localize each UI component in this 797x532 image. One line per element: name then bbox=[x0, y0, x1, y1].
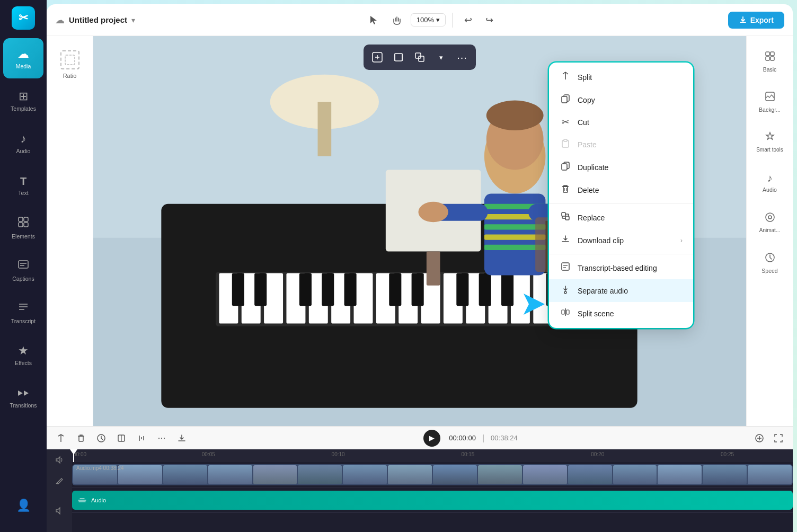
topbar-right: Export bbox=[728, 12, 784, 29]
svg-rect-87 bbox=[562, 263, 569, 270]
sidebar-item-label: Media bbox=[16, 63, 31, 69]
menu-item-split-scene[interactable]: Split scene bbox=[549, 302, 693, 325]
timeline-tracks: 00:00 00:05 00:10 00:15 00:20 00:25 Audi… bbox=[72, 449, 793, 532]
right-panel-animate[interactable]: Animat... bbox=[750, 203, 790, 242]
menu-item-separate-audio[interactable]: Separate audio bbox=[549, 279, 693, 302]
project-dropdown-icon[interactable]: ▾ bbox=[131, 16, 135, 24]
svg-rect-79 bbox=[564, 139, 567, 141]
clip-thumb bbox=[703, 465, 747, 484]
track-pencil-icon[interactable] bbox=[51, 473, 68, 490]
menu-item-download-clip[interactable]: Download clip › bbox=[549, 229, 693, 252]
right-panel-item-label: Smart tools bbox=[756, 147, 783, 153]
svg-marker-94 bbox=[524, 294, 545, 315]
clip-thumb bbox=[253, 465, 297, 484]
split-timeline-button[interactable] bbox=[53, 430, 69, 446]
hand-tool-button[interactable] bbox=[387, 11, 406, 30]
sidebar-item-text[interactable]: T Text bbox=[3, 165, 43, 206]
transform-button[interactable] bbox=[410, 48, 429, 67]
menu-item-delete[interactable]: Delete bbox=[549, 179, 693, 201]
more-options-button[interactable]: ··· bbox=[453, 48, 472, 67]
transcript-editing-icon bbox=[560, 262, 571, 274]
download-timeline-button[interactable] bbox=[174, 430, 190, 446]
add-media-button[interactable] bbox=[368, 48, 387, 67]
svg-rect-25 bbox=[318, 102, 332, 156]
transform-dropdown-button[interactable]: ▾ bbox=[431, 48, 450, 67]
sidebar-item-profile[interactable]: 👤 bbox=[3, 485, 43, 526]
delete-timeline-button[interactable] bbox=[73, 430, 89, 446]
right-panel-audio[interactable]: ♪ Audio bbox=[750, 163, 790, 201]
svg-rect-21 bbox=[419, 56, 424, 61]
right-panel-background[interactable]: Backgr... bbox=[750, 83, 790, 121]
menu-item-split[interactable]: Split bbox=[549, 66, 693, 88]
playhead bbox=[73, 449, 74, 462]
svg-rect-81 bbox=[562, 164, 567, 170]
clip-thumb bbox=[298, 465, 342, 484]
trim-timeline-button[interactable] bbox=[113, 430, 129, 446]
sidebar-item-captions[interactable]: Captions bbox=[3, 250, 43, 290]
topbar: ☁ Untitled project ▾ 100% ▾ ↩ ↪ bbox=[47, 4, 793, 36]
track-volume-icon[interactable] bbox=[51, 451, 68, 468]
transitions-icon bbox=[17, 386, 29, 400]
menu-item-label: Separate audio bbox=[578, 287, 628, 295]
sidebar-item-effects[interactable]: ★ Effects bbox=[3, 335, 43, 375]
menu-item-replace[interactable]: Replace bbox=[549, 206, 693, 229]
svg-point-100 bbox=[766, 213, 774, 221]
audio-track-clip[interactable]: Audio bbox=[72, 491, 793, 510]
sidebar-item-audio[interactable]: ♪ Audio bbox=[3, 123, 43, 163]
sidebar-item-media[interactable]: ☁ Media bbox=[3, 38, 43, 78]
svg-rect-54 bbox=[501, 273, 513, 306]
timeline-labels bbox=[47, 449, 72, 532]
sidebar-item-templates[interactable]: ⊞ Templates bbox=[3, 81, 43, 121]
menu-item-label: Copy bbox=[578, 96, 595, 104]
sidebar-item-label: Transitions bbox=[10, 402, 37, 409]
audio-track-volume-icon[interactable] bbox=[51, 502, 68, 519]
svg-rect-49 bbox=[344, 273, 357, 306]
select-tool-button[interactable] bbox=[364, 11, 383, 30]
export-button[interactable]: Export bbox=[728, 12, 784, 29]
video-track-clip[interactable]: Audio.mp4 00:38:24 bbox=[72, 464, 793, 485]
undo-button[interactable]: ↩ bbox=[459, 11, 478, 30]
audio-timeline-button[interactable] bbox=[134, 430, 149, 446]
zoom-level: 100% bbox=[417, 16, 434, 24]
sidebar-item-transcript[interactable]: Transcript bbox=[3, 292, 43, 333]
svg-rect-106 bbox=[79, 436, 83, 441]
right-panel-item-label: Speed bbox=[761, 268, 777, 274]
fullscreen-timeline-button[interactable] bbox=[771, 430, 786, 446]
right-panel-speed[interactable]: Speed bbox=[750, 244, 790, 282]
ratio-item[interactable]: Ratio bbox=[52, 45, 88, 85]
ruler-mark-1: 00:05 bbox=[202, 451, 215, 457]
total-time: 00:38:24 bbox=[491, 434, 518, 442]
app-logo: ✂ bbox=[12, 6, 35, 30]
right-panel-smart-tools[interactable]: Smart tools bbox=[750, 123, 790, 161]
svg-point-70 bbox=[418, 202, 448, 223]
right-panel-item-label: Audio bbox=[763, 187, 777, 193]
transcript-icon bbox=[17, 301, 29, 316]
media-icon: ☁ bbox=[17, 47, 29, 61]
menu-item-transcript-editing[interactable]: Transcript-based editing bbox=[549, 256, 693, 279]
svg-rect-51 bbox=[412, 273, 424, 306]
more-timeline-button[interactable]: ··· bbox=[154, 430, 170, 446]
svg-rect-2 bbox=[19, 223, 23, 227]
zoom-control[interactable]: 100% ▾ bbox=[411, 13, 446, 26]
right-panel-basic[interactable]: Basic bbox=[750, 42, 790, 81]
text-icon: T bbox=[20, 175, 26, 188]
svg-rect-1 bbox=[24, 217, 28, 221]
menu-item-label: Transcript-based editing bbox=[578, 264, 657, 272]
add-track-button[interactable] bbox=[751, 430, 767, 446]
redo-button[interactable]: ↪ bbox=[480, 11, 499, 30]
play-button[interactable]: ▶ bbox=[423, 430, 440, 447]
menu-item-copy[interactable]: Copy bbox=[549, 88, 693, 111]
crop-button[interactable] bbox=[389, 48, 408, 67]
sidebar-item-transitions[interactable]: Transitions bbox=[3, 377, 43, 418]
sidebar-item-elements[interactable]: Elements bbox=[3, 208, 43, 248]
timeline-ruler: 00:00 00:05 00:10 00:15 00:20 00:25 bbox=[72, 449, 793, 462]
svg-rect-58 bbox=[427, 252, 440, 286]
video-track-row: Audio.mp4 00:38:24 bbox=[72, 462, 793, 487]
menu-item-label: Delete bbox=[578, 186, 599, 194]
menu-item-cut[interactable]: ✂ Cut bbox=[549, 111, 693, 133]
svg-rect-82 bbox=[563, 187, 568, 192]
clip-thumb bbox=[343, 465, 387, 484]
speed-timeline-button[interactable] bbox=[93, 430, 109, 446]
menu-item-duplicate[interactable]: Duplicate bbox=[549, 156, 693, 179]
ruler-mark-2: 00:10 bbox=[332, 451, 345, 457]
